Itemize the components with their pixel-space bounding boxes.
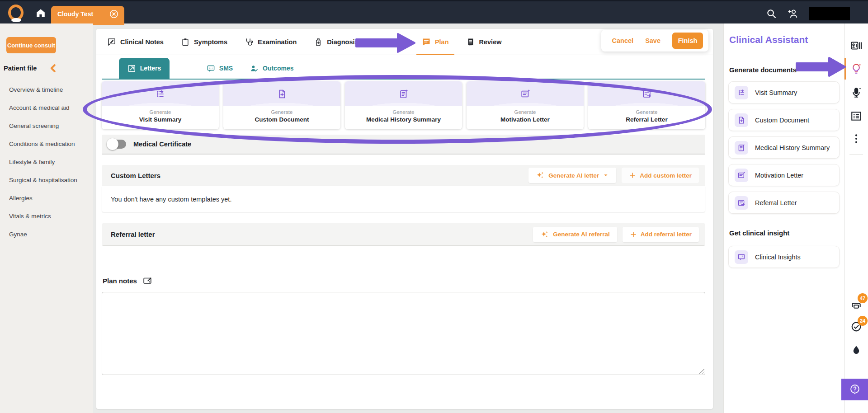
tab-plan[interactable]: Plan bbox=[422, 29, 449, 55]
patient-sidebar: Continue consult Patient file Overview &… bbox=[0, 23, 93, 413]
forms-icon[interactable] bbox=[844, 110, 868, 122]
help-button[interactable] bbox=[841, 379, 868, 400]
rail-divider bbox=[849, 368, 863, 368]
medical-history-icon bbox=[737, 144, 745, 152]
generate-cards-row: Generate Visit Summary Generate Custom D… bbox=[102, 81, 705, 129]
generate-card-motivation-letter[interactable]: Generate Motivation Letter bbox=[467, 81, 584, 129]
cancel-button[interactable]: Cancel bbox=[612, 37, 634, 44]
generate-ai-letter-button[interactable]: Generate AI letter bbox=[528, 168, 616, 183]
sidebar-item-account-medical-aid[interactable]: Account & medical aid bbox=[9, 99, 90, 117]
tab-clinical-notes[interactable]: Clinical Notes bbox=[107, 29, 164, 55]
tab-diagnosis-prescription[interactable]: Diagnosis & prescription bbox=[314, 29, 405, 55]
patient-file-heading: Patient file bbox=[4, 65, 37, 72]
tasks-badge: 24 bbox=[858, 316, 868, 326]
custom-document-icon bbox=[737, 116, 745, 124]
custom-document-icon bbox=[277, 89, 287, 99]
letters-icon bbox=[127, 64, 136, 73]
ink-drop-icon[interactable] bbox=[844, 344, 868, 356]
assistant-doc-visit-summary[interactable]: Visit Summary bbox=[728, 81, 840, 103]
sidebar-item-general-screening[interactable]: General screening bbox=[9, 117, 90, 135]
consult-panel: Clinical Notes Symptoms Examination Diag… bbox=[96, 29, 713, 409]
tab-review[interactable]: Review bbox=[466, 29, 502, 55]
motivation-letter-icon bbox=[737, 171, 745, 179]
medical-history-icon bbox=[399, 89, 409, 99]
rail-divider bbox=[849, 155, 863, 155]
finish-button[interactable]: Finish bbox=[672, 33, 703, 49]
tools-rail: 47 24 bbox=[844, 23, 868, 413]
mic-ai-icon[interactable] bbox=[844, 87, 868, 99]
plus-icon bbox=[629, 172, 636, 179]
generate-ai-referral-button[interactable]: Generate AI referral bbox=[533, 227, 617, 242]
sidebar-item-overview-timeline[interactable]: Overview & timeline bbox=[9, 80, 90, 99]
sidebar-item-conditions-medication[interactable]: Conditions & medication bbox=[9, 135, 90, 153]
clinical-assistant-panel: Clinical Assistant Generate documents Vi… bbox=[723, 23, 844, 413]
tab-symptoms[interactable]: Symptoms bbox=[181, 29, 227, 55]
custom-letters-section: Custom Letters Generate AI letter Add cu… bbox=[102, 165, 705, 186]
examination-icon bbox=[245, 38, 254, 47]
add-custom-letter-button[interactable]: Add custom letter bbox=[622, 168, 699, 183]
plus-icon bbox=[630, 231, 637, 238]
subtab-sms[interactable]: SMS bbox=[189, 58, 250, 79]
generate-documents-heading: Generate documents bbox=[729, 66, 797, 74]
sidebar-item-surgical-hospitalisation[interactable]: Surgical & hospitalisation bbox=[9, 171, 90, 189]
referral-letter-section: Referral letter Generate AI referral Add… bbox=[102, 223, 705, 246]
clinical-insights-icon bbox=[737, 253, 745, 261]
plan-notes-textarea[interactable] bbox=[102, 292, 705, 375]
clinical-assistant-title: Clinical Assistant bbox=[729, 34, 808, 45]
app-logo-icon bbox=[7, 4, 25, 22]
close-icon[interactable] bbox=[109, 9, 119, 19]
review-icon bbox=[466, 38, 475, 47]
assistant-insight-clinical-insights[interactable]: Clinical Insights bbox=[728, 246, 840, 268]
symptoms-icon bbox=[181, 38, 190, 47]
visit-summary-icon bbox=[156, 89, 165, 99]
subtab-letters[interactable]: Letters bbox=[119, 58, 170, 79]
assistant-doc-medical-history-summary[interactable]: Medical History Summary bbox=[728, 136, 840, 159]
outcomes-icon bbox=[250, 64, 259, 73]
tab-examination[interactable]: Examination bbox=[245, 29, 297, 55]
medical-certificate-label: Medical Certificate bbox=[133, 141, 191, 148]
more-dots-icon[interactable] bbox=[844, 133, 868, 145]
print-queue-badge: 47 bbox=[858, 293, 868, 303]
medical-certificate-toggle[interactable] bbox=[108, 140, 126, 149]
search-icon[interactable] bbox=[766, 8, 777, 19]
generate-card-referral-letter[interactable]: Generate Referral Letter bbox=[588, 81, 705, 129]
subtab-outcomes[interactable]: Outcomes bbox=[250, 58, 293, 79]
sidebar-item-allergies[interactable]: Allergies bbox=[9, 189, 90, 207]
motivation-letter-icon bbox=[520, 89, 530, 99]
print-queue-icon[interactable]: 47 bbox=[844, 298, 868, 310]
patient-tab[interactable]: Cloudy Test bbox=[51, 6, 124, 25]
add-person-icon[interactable] bbox=[788, 8, 798, 19]
redacted-user-info bbox=[809, 7, 850, 20]
generate-card-medical-history-summary[interactable]: Generate Medical History Summary bbox=[345, 81, 462, 129]
assistant-doc-referral-letter[interactable]: Referral Letter bbox=[728, 192, 840, 214]
tasks-done-icon[interactable]: 24 bbox=[844, 321, 868, 333]
custom-letters-empty-message: You don't have any custom templates yet. bbox=[102, 186, 705, 212]
sparkle-icon bbox=[536, 171, 545, 180]
help-icon bbox=[849, 384, 861, 395]
clinical-insight-heading: Get clinical insight bbox=[729, 229, 789, 237]
sms-icon bbox=[207, 64, 215, 73]
generate-card-visit-summary[interactable]: Generate Visit Summary bbox=[102, 81, 219, 129]
save-button[interactable]: Save bbox=[645, 37, 660, 44]
topbar: Cloudy Test bbox=[0, 0, 868, 23]
sidebar-item-vitals-metrics[interactable]: Vitals & metrics bbox=[9, 207, 90, 225]
plan-icon bbox=[422, 38, 431, 47]
handwriting-pad-icon[interactable] bbox=[142, 276, 152, 286]
medical-certificate-row: Medical Certificate bbox=[102, 135, 705, 155]
assistant-doc-custom-document[interactable]: Custom Document bbox=[728, 109, 840, 131]
generate-card-custom-document[interactable]: Generate Custom Document bbox=[223, 81, 340, 129]
sidebar-item-lifestyle-family[interactable]: Lifestyle & family bbox=[9, 153, 90, 171]
sidebar-item-gynae[interactable]: Gynae bbox=[9, 225, 90, 243]
add-referral-letter-button[interactable]: Add referral letter bbox=[623, 227, 699, 242]
home-icon[interactable] bbox=[35, 8, 46, 19]
collapse-chevron-icon[interactable] bbox=[48, 63, 58, 73]
patient-tab-label: Cloudy Test bbox=[57, 10, 109, 18]
clinical-notes-icon bbox=[107, 38, 116, 47]
diagnosis-icon bbox=[314, 38, 323, 47]
continue-consult-button[interactable]: Continue consult bbox=[6, 37, 56, 53]
chevron-down-icon bbox=[603, 172, 609, 178]
assistant-doc-motivation-letter[interactable]: Motivation Letter bbox=[728, 164, 840, 186]
patient-panel-icon[interactable] bbox=[844, 40, 868, 52]
lightbulb-ai-icon[interactable] bbox=[844, 63, 868, 75]
consult-actions: Cancel Save Finish bbox=[601, 30, 708, 52]
